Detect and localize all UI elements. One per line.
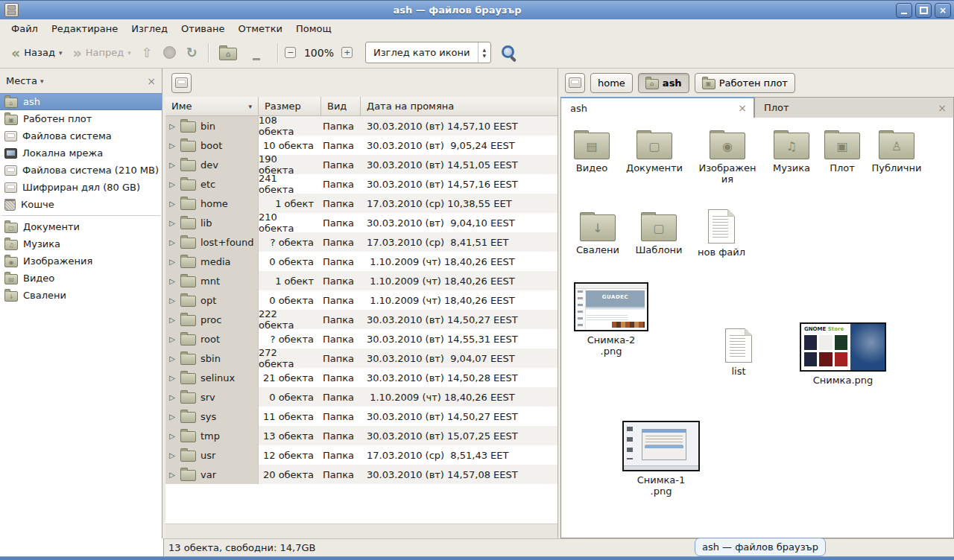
menu-help[interactable]: Помощ (289, 21, 338, 36)
icon-video[interactable]: ▤Видео (560, 127, 623, 174)
expander-icon[interactable]: ▷ (168, 200, 176, 208)
sidebar-title[interactable]: Места (6, 75, 37, 86)
icon-new-file[interactable]: нов файл (690, 209, 753, 258)
tree-row-tmp[interactable]: ▷tmp13 обектаПапка30.03.2010 (вт) 15,07,… (165, 426, 557, 445)
tree-row-lost+found[interactable]: ▷lost+found? обектаПапка17.03.2010 (ср) … (165, 232, 557, 252)
tree-row-sbin[interactable]: ▷sbin272 обектаПапка30.03.2010 (вт) 9,04… (165, 349, 557, 368)
column-header-type[interactable]: Вид (321, 97, 361, 115)
forward-button[interactable]: » Напред ▾ (67, 44, 136, 61)
sidebar-item-downloads[interactable]: ↓Свалени (0, 287, 162, 304)
menu-go[interactable]: Отиване (174, 21, 231, 36)
maximize-button[interactable] (915, 3, 932, 18)
tab-close-icon[interactable]: × (738, 103, 747, 113)
expander-icon[interactable]: ▷ (168, 471, 176, 479)
menu-edit[interactable]: Редактиране (45, 21, 124, 36)
view-mode-select[interactable]: Изглед като икони ▲▼ (365, 42, 491, 63)
sidebar-item-network[interactable]: Локална мрежа (0, 144, 162, 162)
icon-view[interactable]: ▤Видео▢Документи◉Изображения♫Музика▣Плот… (560, 118, 954, 538)
tab-plot[interactable]: Плот× (754, 97, 954, 118)
sidebar-close-icon[interactable]: × (147, 76, 156, 86)
expander-icon[interactable]: ▷ (168, 432, 176, 440)
icon-list[interactable]: list (707, 328, 770, 377)
icon-desktop[interactable]: ▣Плот (811, 127, 874, 174)
menu-view[interactable]: Изглед (124, 21, 174, 36)
menu-bookmarks[interactable]: Отметки (231, 21, 288, 36)
expander-icon[interactable]: ▷ (168, 141, 176, 150)
tree-row-proc[interactable]: ▷proc222 обектаПапка30.03.2010 (вт) 14,5… (165, 310, 557, 329)
tree-row-selinux[interactable]: ▷selinux21 обектаПапка30.03.2010 (вт) 14… (165, 368, 557, 387)
icon-downloads[interactable]: ↓Свалени (566, 209, 629, 255)
tab-close-icon[interactable]: × (938, 103, 947, 113)
expander-icon[interactable]: ▷ (168, 219, 176, 227)
tab-ash[interactable]: ash× (560, 97, 754, 118)
expander-icon[interactable]: ▷ (168, 277, 176, 285)
expander-icon[interactable]: ▷ (168, 374, 176, 382)
tree-row-var[interactable]: ▷var20 обектаПапка30.03.2010 (вт) 14,57,… (165, 465, 557, 484)
icon-public[interactable]: ♙Публични (865, 127, 928, 174)
sidebar-item-ash[interactable]: ⌂ash (0, 93, 162, 110)
forward-dropdown-icon[interactable]: ▾ (127, 49, 131, 57)
path-button-home[interactable]: home (590, 73, 633, 93)
titlebar[interactable]: ash — файлов браузър × (0, 0, 954, 19)
minimize-button[interactable] (896, 3, 912, 18)
search-button[interactable] (500, 44, 518, 62)
sidebar-item-music[interactable]: ♫Музика (0, 235, 162, 252)
tree-row-sys[interactable]: ▷sys11 обектаПапка30.03.2010 (вт) 14,50,… (165, 407, 557, 426)
expander-icon[interactable]: ▷ (168, 180, 176, 188)
expander-icon[interactable]: ▷ (168, 296, 176, 305)
root-drive-button[interactable] (171, 73, 192, 93)
sidebar-item-trash[interactable]: Кошче (0, 196, 162, 213)
zoom-in-button[interactable]: + (340, 45, 355, 60)
path-button-ash[interactable]: ⌂ash (638, 73, 689, 93)
sidebar-item-encrypted-80gb[interactable]: Шифриран дял (80 GB) (0, 179, 162, 196)
sidebar-item-video[interactable]: ▤Видео (0, 270, 162, 287)
taskbar-button[interactable]: ash — файлов браузър (695, 538, 826, 556)
menu-file[interactable]: Файл (4, 21, 45, 36)
tree-row-boot[interactable]: ▷boot10 обектаПапка30.03.2010 (вт) 9,05,… (165, 136, 557, 155)
computer-button[interactable] (242, 42, 272, 63)
back-dropdown-icon[interactable]: ▾ (59, 49, 63, 57)
path-button-desktop[interactable]: ▣Работен плот (695, 73, 795, 93)
path-button-root[interactable] (565, 73, 585, 93)
close-button[interactable]: × (935, 3, 951, 18)
icon-templates[interactable]: ▢Шаблони (628, 209, 690, 255)
expander-icon[interactable]: ▷ (168, 413, 176, 421)
expander-icon[interactable]: ▷ (168, 335, 176, 343)
column-header-date[interactable]: Дата на промяна (361, 97, 557, 115)
expander-icon[interactable]: ▷ (168, 354, 176, 363)
expander-icon[interactable]: ▷ (168, 122, 176, 130)
icon-snimka[interactable]: GNOME StoreСнимка.png (800, 322, 886, 386)
sidebar-item-desktop[interactable]: ▣Работен плот (0, 110, 162, 127)
tree-row-bin[interactable]: ▷bin108 обектаПапка30.03.2010 (вт) 14,57… (165, 116, 557, 136)
expander-icon[interactable]: ▷ (168, 238, 176, 246)
zoom-out-button[interactable]: − (283, 45, 298, 60)
back-button[interactable]: « Назад ▾ (6, 44, 67, 61)
sidebar-item-filesystem[interactable]: Файлова система (0, 127, 162, 144)
expander-icon[interactable]: ▷ (168, 393, 176, 401)
expander-icon[interactable]: ▷ (168, 316, 176, 324)
reload-button[interactable]: ↻ (181, 44, 203, 62)
tree-row-lib[interactable]: ▷lib210 обектаПапка30.03.2010 (вт) 9,04,… (165, 213, 557, 232)
tree-row-mnt[interactable]: ▷mnt1 обектПапка 1.10.2009 (чт) 18,40,26… (165, 271, 557, 290)
tree-row-dev[interactable]: ▷dev190 обектаПапка30.03.2010 (вт) 14,51… (165, 155, 557, 174)
icon-images[interactable]: ◉Изображения (696, 127, 759, 185)
tree-row-root[interactable]: ▷root? обектаПапка30.03.2010 (вт) 14,55,… (165, 329, 557, 349)
tree-row-media[interactable]: ▷media0 обектаПапка 1.10.2009 (чт) 18,40… (165, 252, 557, 271)
tree-row-srv[interactable]: ▷srv0 обектаПапка 1.10.2009 (чт) 18,40,2… (165, 387, 557, 407)
expander-icon[interactable]: ▷ (168, 451, 176, 459)
expander-icon[interactable]: ▷ (168, 161, 176, 169)
up-button[interactable]: ⇧ (136, 44, 158, 62)
tree-row-etc[interactable]: ▷etc241 обектаПапка30.03.2010 (вт) 14,57… (165, 174, 557, 194)
column-header-name[interactable]: Име ▾ (165, 97, 259, 115)
tree-row-home[interactable]: ▷home1 обектПапка17.03.2010 (ср) 10,38,5… (165, 194, 557, 213)
stop-button[interactable] (158, 43, 181, 62)
sidebar-item-documents[interactable]: ▢Документи (0, 218, 162, 235)
icon-snimka2[interactable]: GUADECСнимка-2.png (572, 282, 650, 357)
icon-snimka1[interactable]: Снимка-1.png (621, 421, 701, 497)
tree-row-opt[interactable]: ▷opt0 обектаПапка 1.10.2009 (чт) 18,40,2… (165, 290, 557, 310)
sidebar-dropdown-icon[interactable]: ▾ (40, 77, 44, 85)
sidebar-item-filesystem-210mb[interactable]: Файлова система (210 MB) (0, 162, 162, 179)
sidebar-item-images[interactable]: ◉Изображения (0, 252, 162, 270)
icon-documents[interactable]: ▢Документи (623, 127, 686, 174)
horizontal-scrollbar[interactable] (165, 524, 557, 538)
